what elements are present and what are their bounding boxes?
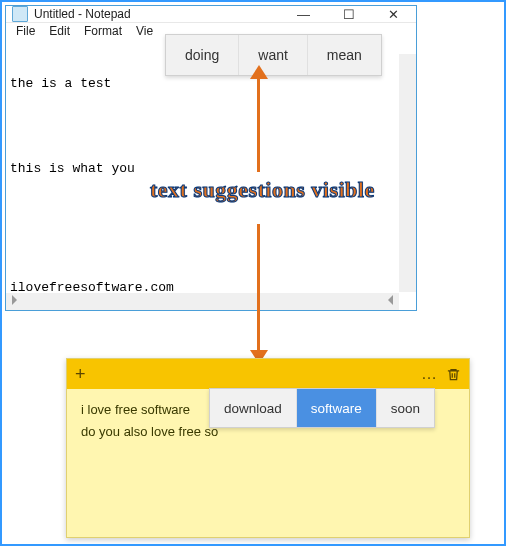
menu-view[interactable]: Vie bbox=[130, 23, 159, 39]
close-button[interactable]: ✕ bbox=[371, 6, 416, 22]
text-line: this is what you bbox=[10, 160, 412, 177]
scrollbar-horizontal[interactable] bbox=[6, 293, 399, 310]
annotation-arrow-down bbox=[257, 224, 260, 352]
text-line: the is a test bbox=[10, 75, 412, 92]
notepad-icon bbox=[12, 6, 28, 22]
sticky-header[interactable]: + … bbox=[67, 359, 469, 389]
menu-file[interactable]: File bbox=[10, 23, 41, 39]
suggestion-item-selected[interactable]: software bbox=[297, 389, 377, 427]
window-controls: — ☐ ✕ bbox=[281, 6, 416, 22]
trash-icon[interactable] bbox=[446, 367, 461, 382]
notepad-titlebar[interactable]: Untitled - Notepad — ☐ ✕ bbox=[6, 6, 416, 23]
scrollbar-vertical[interactable] bbox=[399, 54, 416, 292]
menu-dots-button[interactable]: … bbox=[421, 365, 438, 383]
annotation-label: text suggestions visible bbox=[150, 177, 375, 203]
minimize-button[interactable]: — bbox=[281, 6, 326, 22]
suggestion-bar-notepad: doing want mean bbox=[165, 34, 382, 76]
suggestion-item[interactable]: download bbox=[210, 389, 297, 427]
suggestion-item[interactable]: doing bbox=[166, 35, 239, 75]
suggestion-bar-sticky: download software soon bbox=[209, 388, 435, 428]
suggestion-item[interactable]: soon bbox=[377, 389, 434, 427]
maximize-button[interactable]: ☐ bbox=[326, 6, 371, 22]
suggestion-item[interactable]: mean bbox=[308, 35, 381, 75]
menu-edit[interactable]: Edit bbox=[43, 23, 76, 39]
annotation-arrow-up bbox=[257, 77, 260, 172]
menu-format[interactable]: Format bbox=[78, 23, 128, 39]
notepad-title: Untitled - Notepad bbox=[34, 7, 131, 21]
sticky-notes-window: + … i love free software do you also lov… bbox=[66, 358, 470, 538]
add-note-button[interactable]: + bbox=[75, 364, 86, 385]
